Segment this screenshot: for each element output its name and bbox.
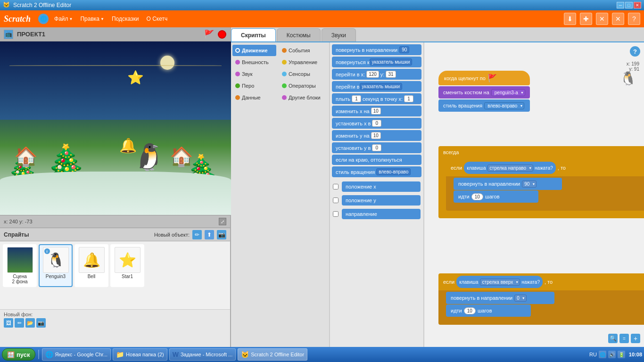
fullscreen-button[interactable]: ✚ [580, 13, 592, 25]
tab-scripts[interactable]: Скрипты [231, 28, 276, 41]
block-rotation-style[interactable]: стиль вращения влево-вправо [332, 166, 421, 177]
edit-menu[interactable]: Правка ▼ [78, 15, 106, 23]
steps-10-input[interactable]: 10 [471, 193, 483, 200]
sensing-key-up[interactable]: клавиша стрелка вверх нажата? [456, 276, 543, 288]
about-menu[interactable]: О Скетч [144, 15, 169, 23]
key-right-dropdown[interactable]: стрелка направо [487, 165, 534, 172]
block-glide[interactable]: плыть 1 секунд в точку x: 1 [332, 93, 421, 104]
steps-10-up-input[interactable]: 10 [464, 307, 476, 314]
block-point-towards[interactable]: повернуться к указатель мышки [332, 57, 421, 67]
gx-input[interactable]: 1 [404, 95, 413, 102]
costume-dropdown[interactable]: penguin3-a [491, 89, 525, 96]
help-button[interactable]: ? [630, 46, 640, 57]
cat-events[interactable]: События [279, 45, 328, 56]
tab-sounds[interactable]: Звуки [322, 28, 356, 41]
zoom-reset-button[interactable]: = [619, 334, 629, 343]
sprite-item-penguin3[interactable]: i 🐧 Penguin3 [39, 244, 73, 287]
block-forever-top[interactable]: всегда [438, 146, 644, 158]
cat-motion[interactable]: Движение [232, 45, 276, 56]
camera-sprite-button[interactable]: 📷 [217, 230, 226, 239]
paint-sprite-button[interactable]: ✏ [192, 230, 202, 239]
cat-control[interactable]: Управление [279, 57, 328, 68]
goto-dropdown[interactable]: указатель мышки [360, 83, 403, 90]
block-if-right[interactable]: если клавиша стрелка направо нажата? , т… [446, 159, 644, 176]
taskbar-item-scratch[interactable]: 🐱 Scratch 2 Offline Editor [238, 348, 307, 361]
block-when-flag[interactable]: когда щелкнут по 🚩 [438, 71, 530, 85]
block-x-position[interactable]: положение х [342, 181, 421, 192]
camera-backdrop-button[interactable]: 📷 [36, 318, 46, 328]
block-change-x[interactable]: изменить х на 10 [332, 106, 421, 116]
import-sprite-button[interactable]: ⬆ [205, 230, 214, 239]
block-if-on-edge[interactable]: если на краю, оттолкнуться [332, 155, 421, 165]
cat-looks[interactable]: Внешность [232, 57, 276, 68]
minimize-button[interactable]: ─ [617, 2, 624, 8]
paint-backdrop-button[interactable]: 🖼 [4, 318, 13, 328]
block-turn-0[interactable]: повернуть в направлении 0 [446, 292, 554, 304]
direction-dropdown[interactable]: 90 [399, 46, 409, 53]
language-button[interactable]: 🌐 [38, 14, 49, 24]
sprite-item-bell[interactable]: 🔔 Bell [74, 244, 108, 287]
maximize-button[interactable]: □ [625, 2, 633, 8]
cat-sensing[interactable]: Сенсоры [279, 68, 328, 80]
x-position-checkbox[interactable] [333, 184, 339, 189]
stop-button[interactable] [218, 30, 226, 39]
dx-input[interactable]: 10 [371, 107, 381, 115]
backdrop-section: Новый фон: 🖼 ✏ 📂 📷 [0, 309, 230, 347]
x-input[interactable]: 120 [366, 71, 379, 78]
zoom-out-button[interactable]: 🔍 [608, 334, 618, 343]
block-change-y[interactable]: изменить у на 10 [332, 130, 421, 141]
rot-style-dropdown[interactable]: влево-вправо [484, 102, 524, 109]
key-up-dropdown[interactable]: стрелка вверх [480, 279, 520, 286]
close-button[interactable]: ✕ [634, 2, 641, 8]
script-canvas[interactable]: ? x: 199 y: 91 когда щелкнут по 🚩 сменит… [424, 42, 644, 347]
help-toolbar-button[interactable]: ? [628, 13, 640, 25]
sx-input[interactable]: 0 [372, 120, 381, 127]
towards-dropdown[interactable]: указатель мышки [370, 58, 413, 66]
secs-input[interactable]: 1 [352, 95, 361, 102]
block-switch-costume[interactable]: сменить костюм на penguin3-a [438, 86, 530, 99]
block-y-position[interactable]: положение у [342, 195, 421, 206]
cat-sound[interactable]: Звук [232, 68, 276, 80]
block-set-x[interactable]: установить х в 0 [332, 118, 421, 129]
y-input[interactable]: 31 [386, 71, 396, 78]
import-backdrop-button[interactable]: 📂 [25, 318, 35, 328]
cat-more[interactable]: Другие блоки [279, 92, 328, 103]
block-turn-direction[interactable]: повернуть в направлении 90 [332, 44, 421, 55]
cat-operators[interactable]: Операторы [279, 80, 328, 91]
block-go-to[interactable]: перейти в указатель мышки [332, 81, 421, 92]
zoom-in-button[interactable]: + [631, 334, 640, 343]
sy-input[interactable]: 0 [372, 144, 381, 151]
cat-data[interactable]: Данные [232, 92, 276, 103]
taskbar-item-word[interactable]: W Задание - Microsoft ... [169, 348, 236, 361]
cat-pen[interactable]: Перо [232, 80, 276, 91]
expand-stage-button[interactable]: ⤢ [219, 218, 226, 225]
start-button[interactable]: 🪟 пуск [2, 348, 35, 361]
dir-90-dropdown[interactable]: 90 [522, 181, 537, 188]
rotation-dropdown[interactable]: влево-вправо [376, 168, 411, 175]
block-move-10-right[interactable]: идти 10 шагов [454, 190, 538, 203]
dy-input[interactable]: 10 [371, 132, 381, 139]
edit-sprite-button[interactable]: ✕ [596, 13, 608, 25]
download-button[interactable]: ⬇ [564, 13, 576, 25]
sprite-item-scene[interactable]: Сцена2 фона [3, 244, 37, 287]
block-move-10-up[interactable]: идти 10 шагов [446, 304, 531, 317]
edit-backdrop-button[interactable]: ✏ [15, 318, 24, 328]
y-position-checkbox[interactable] [333, 197, 339, 203]
tab-costumes[interactable]: Костюмы [277, 28, 321, 41]
sprite-item-star1[interactable]: ⭐ Star1 [110, 244, 144, 287]
dir-0-dropdown[interactable]: 0 [514, 295, 527, 302]
taskbar-item-browser[interactable]: 🌐 Яндекс - Google Chr... [42, 348, 111, 361]
taskbar-item-folder[interactable]: 📁 Новая папка (2) [113, 348, 167, 361]
delete-button[interactable]: ✕ [612, 13, 624, 25]
block-turn-90[interactable]: повернуть в направлении 90 [454, 178, 562, 190]
block-go-to-xy[interactable]: перейти в x: 120 y: 31 [332, 69, 421, 80]
block-set-rotation-style[interactable]: стиль вращения влево-вправо [438, 99, 530, 112]
direction-checkbox[interactable] [333, 211, 339, 217]
block-direction[interactable]: направление [342, 209, 421, 219]
green-flag-button[interactable]: 🚩 [204, 29, 214, 40]
block-if-up-top[interactable]: если клавиша стрелка вверх нажата? , то [438, 273, 644, 290]
file-menu[interactable]: Файл ▼ [52, 15, 74, 23]
sensing-key-right[interactable]: клавиша стрелка направо нажата? [464, 162, 556, 174]
tips-menu[interactable]: Подсказки [110, 15, 141, 23]
block-set-y[interactable]: установить у в 0 [332, 142, 421, 153]
